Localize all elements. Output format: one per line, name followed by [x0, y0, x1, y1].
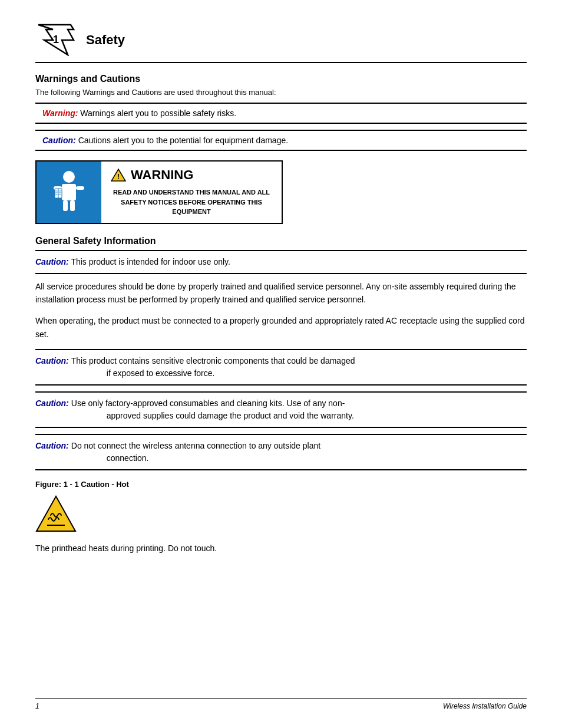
caution-notice-box: Caution: Cautions alert you to the poten…	[35, 130, 527, 151]
caution-indoor-text: This product is intended for indoor use …	[71, 257, 230, 266]
caution-sensitive-label: Caution:	[35, 355, 69, 367]
caution-indoor-box: Caution: This product is intended for in…	[35, 250, 527, 274]
svg-rect-3	[62, 184, 76, 200]
big-warning-box: ! WARNING READ AND UNDERSTAND THIS MANUA…	[35, 160, 283, 224]
caution-consumables-box: Caution: Use only factory-approved consu…	[35, 391, 527, 428]
svg-marker-18	[37, 496, 75, 531]
caution-sensitive-row: Caution: This product contains sensitive…	[35, 355, 527, 380]
svg-rect-15	[70, 200, 75, 211]
warning-notice-box: Warning: Warnings alert you to possible …	[35, 103, 527, 124]
body-para-1: All service procedures should be done by…	[35, 280, 527, 307]
warning-triangle-icon: !	[111, 168, 126, 182]
caution-consumables-text: Use only factory-approved consumables an…	[71, 397, 527, 422]
svg-text:1: 1	[53, 34, 59, 45]
header-divider	[35, 62, 527, 63]
svg-rect-14	[63, 200, 68, 211]
caution-antenna-box: Caution: Do not connect the wireless ant…	[35, 434, 527, 470]
warnings-cautions-section: Warnings and Cautions The following Warn…	[35, 74, 527, 224]
footer-page-number: 1	[35, 702, 39, 710]
footer-document-title: Wireless Installation Guide	[443, 702, 527, 710]
caution-consumables-row: Caution: Use only factory-approved consu…	[35, 397, 527, 422]
page-footer: 1 Wireless Installation Guide	[35, 698, 527, 710]
warnings-cautions-intro: The following Warnings and Cautions are …	[35, 88, 527, 97]
svg-rect-5	[76, 186, 84, 190]
caution-antenna-label: Caution:	[35, 440, 69, 452]
chapter-icon: 1	[35, 24, 77, 56]
warnings-cautions-heading: Warnings and Cautions	[35, 74, 527, 84]
warning-box-left	[37, 162, 101, 223]
warning-text: Warnings alert you to possible safety ri…	[80, 108, 236, 118]
warning-box-right: ! WARNING READ AND UNDERSTAND THIS MANUA…	[101, 162, 282, 223]
figure-text: The printhead heats during printing. Do …	[35, 542, 527, 555]
body-para-2: When operating, the product must be conn…	[35, 314, 527, 341]
svg-point-2	[63, 171, 75, 183]
caution-label: Caution:	[42, 136, 76, 145]
caution-sensitive-text: This product contains sensitive electron…	[71, 355, 527, 380]
caution-sensitive-box: Caution: This product contains sensitive…	[35, 349, 527, 386]
svg-text:!: !	[117, 172, 120, 181]
chapter-header: 1 Safety	[35, 24, 527, 56]
warning-label: Warning:	[42, 108, 78, 118]
warning-box-title: ! WARNING	[111, 167, 272, 183]
caution-indoor-label: Caution:	[35, 257, 69, 266]
figure-caption: Figure: 1 - 1 Caution - Hot	[35, 480, 527, 489]
caution-antenna-row: Caution: Do not connect the wireless ant…	[35, 440, 527, 465]
warning-box-body-text: READ AND UNDERSTAND THIS MANUAL AND ALL …	[111, 187, 272, 217]
general-safety-heading: General Safety Information	[35, 236, 527, 246]
general-safety-section: General Safety Information Caution: This…	[35, 236, 527, 555]
caution-consumables-label: Caution:	[35, 397, 69, 410]
hot-caution-icon	[35, 495, 77, 533]
caution-antenna-text: Do not connect the wireless antenna conn…	[71, 440, 527, 465]
warning-box-title-text: WARNING	[131, 167, 193, 183]
caution-text: Cautions alert you to the potential for …	[78, 136, 288, 145]
chapter-title: Safety	[86, 32, 125, 48]
